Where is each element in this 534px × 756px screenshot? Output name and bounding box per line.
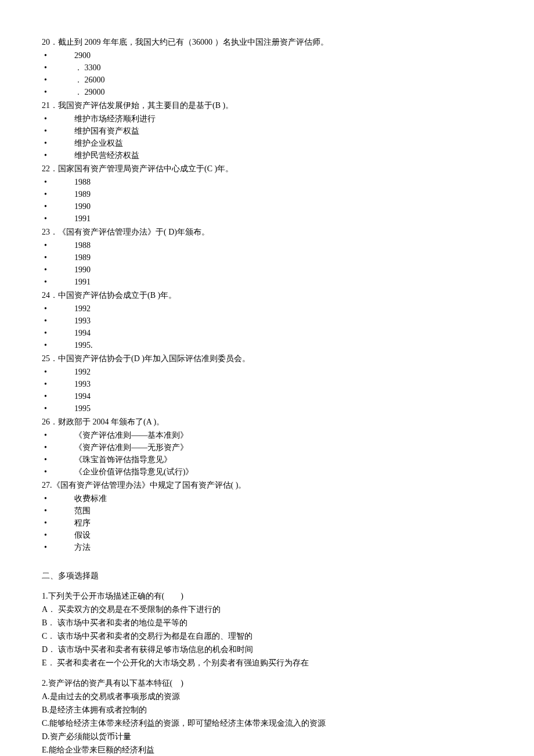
option-text: 1994 bbox=[74, 390, 492, 402]
bullet-icon: • bbox=[42, 366, 74, 378]
option-text: 《资产评估准则——无形资产》 bbox=[74, 441, 492, 453]
list-item: •1988 bbox=[42, 239, 492, 251]
option-text: B． 该市场中买者和卖者的地位是平等的 bbox=[42, 617, 492, 629]
option-text: 维护市场经济顺利进行 bbox=[74, 113, 492, 125]
list-item: •1994 bbox=[42, 390, 492, 402]
mc-question: 1.下列关于公开市场描述正确的有( )A． 买卖双方的交易是在不受限制的条件下进… bbox=[42, 590, 492, 669]
bullet-icon: • bbox=[42, 453, 74, 466]
option-text: B.是经济主体拥有或者控制的 bbox=[42, 704, 492, 716]
bullet-icon: • bbox=[42, 327, 74, 339]
list-item: •维护民营经济权益 bbox=[42, 149, 492, 161]
option-text: D． 该市场中买者和卖者有获得足够市场信息的机会和时间 bbox=[42, 643, 492, 656]
list-item: •1995. bbox=[42, 339, 492, 351]
bullet-icon: • bbox=[42, 466, 74, 478]
bullet-icon: • bbox=[42, 339, 74, 351]
question-stem: 27.《国有资产评估管理办法》中规定了国有资产评估( )。 bbox=[42, 479, 492, 491]
list-item: •1995 bbox=[42, 402, 492, 415]
option-text: D.资产必须能以货币计量 bbox=[42, 730, 492, 743]
question-stem: 23．《国有资产评估管理办法》于( D)年颁布。 bbox=[42, 226, 492, 238]
option-text: 范围 bbox=[74, 505, 492, 517]
bullet-icon: • bbox=[42, 529, 74, 541]
bullet-icon: • bbox=[42, 213, 74, 225]
bullet-icon: • bbox=[42, 264, 74, 276]
bullet-icon: • bbox=[42, 541, 74, 553]
option-text: A.是由过去的交易或者事项形成的资源 bbox=[42, 690, 492, 703]
question-stem: 21．我国资产评估发展伊始，其主要目的是基于(B )。 bbox=[42, 99, 492, 111]
list-item: •． 3300 bbox=[42, 62, 492, 74]
list-item: •收费标准 bbox=[42, 492, 492, 505]
bullet-icon: • bbox=[42, 188, 74, 200]
option-text: 维护企业权益 bbox=[74, 137, 492, 149]
list-item: •1990 bbox=[42, 200, 492, 213]
option-text: 1995 bbox=[74, 402, 492, 415]
option-list: •《资产评估准则——基本准则》•《资产评估准则——无形资产》•《珠宝首饰评估指导… bbox=[42, 429, 492, 478]
list-item: •1992 bbox=[42, 366, 492, 378]
list-item: •《珠宝首饰评估指导意见》 bbox=[42, 453, 492, 466]
option-text: 方法 bbox=[74, 541, 492, 553]
bullet-icon: • bbox=[42, 315, 74, 327]
bullet-icon: • bbox=[42, 505, 74, 517]
bullet-icon: • bbox=[42, 251, 74, 264]
list-item: •1991 bbox=[42, 276, 492, 288]
bullet-icon: • bbox=[42, 49, 74, 62]
question-stem: 26．财政部于 2004 年颁布了(A )。 bbox=[42, 416, 492, 428]
list-item: •． 29000 bbox=[42, 86, 492, 98]
bullet-icon: • bbox=[42, 517, 74, 529]
option-text: 《珠宝首饰评估指导意见》 bbox=[74, 453, 492, 466]
bullet-icon: • bbox=[42, 390, 74, 402]
bullet-icon: • bbox=[42, 239, 74, 251]
option-list: •2900•． 3300•． 26000•． 29000 bbox=[42, 49, 492, 98]
bullet-icon: • bbox=[42, 402, 74, 415]
option-text: 程序 bbox=[74, 517, 492, 529]
list-item: •2900 bbox=[42, 49, 492, 62]
option-text: 1992 bbox=[74, 366, 492, 378]
list-item: •《企业价值评估指导意见(试行)》 bbox=[42, 466, 492, 478]
bullet-icon: • bbox=[42, 200, 74, 213]
list-item: •维护企业权益 bbox=[42, 137, 492, 149]
option-text: 假设 bbox=[74, 529, 492, 541]
option-text: ． 29000 bbox=[74, 86, 492, 98]
question-stem: 20．截止到 2009 年年底，我国大约已有（36000 ）名执业中国注册资产评… bbox=[42, 36, 492, 48]
option-text: 1991 bbox=[74, 276, 492, 288]
list-item: •1993 bbox=[42, 378, 492, 390]
option-text: 1990 bbox=[74, 264, 492, 276]
list-item: •1993 bbox=[42, 315, 492, 327]
option-text: A． 买卖双方的交易是在不受限制的条件下进行的 bbox=[42, 603, 492, 615]
list-item: •1990 bbox=[42, 264, 492, 276]
list-item: •1988 bbox=[42, 176, 492, 188]
option-text: ． 26000 bbox=[74, 74, 492, 86]
list-item: •维护国有资产权益 bbox=[42, 125, 492, 137]
bullet-icon: • bbox=[42, 441, 74, 453]
question-stem: 22．国家国有资产管理局资产评估中心成立于(C )年。 bbox=[42, 163, 492, 175]
question-stem: 24．中国资产评估协会成立于(B )年。 bbox=[42, 289, 492, 301]
bullet-icon: • bbox=[42, 86, 74, 98]
option-text: 《资产评估准则——基本准则》 bbox=[74, 429, 492, 441]
bullet-icon: • bbox=[42, 113, 74, 125]
option-text: 收费标准 bbox=[74, 492, 492, 505]
list-item: •范围 bbox=[42, 505, 492, 517]
option-list: •1988•1989•1990•1991 bbox=[42, 239, 492, 288]
option-text: E． 买者和卖者在一个公开化的大市场交易，个别卖者有强迫购买行为存在 bbox=[42, 657, 492, 669]
option-text: C． 该市场中买者和卖者的交易行为都是在自愿的、理智的 bbox=[42, 630, 492, 642]
list-item: •． 26000 bbox=[42, 74, 492, 86]
bullet-icon: • bbox=[42, 303, 74, 315]
option-text: 1993 bbox=[74, 378, 492, 390]
list-item: •1992 bbox=[42, 303, 492, 315]
option-text: 1991 bbox=[74, 213, 492, 225]
bullet-icon: • bbox=[42, 176, 74, 188]
bullet-icon: • bbox=[42, 74, 74, 86]
list-item: •假设 bbox=[42, 529, 492, 541]
bullet-icon: • bbox=[42, 429, 74, 441]
option-text: 1989 bbox=[74, 188, 492, 200]
bullet-icon: • bbox=[42, 378, 74, 390]
bullet-icon: • bbox=[42, 137, 74, 149]
list-item: •维护市场经济顺利进行 bbox=[42, 113, 492, 125]
mc-question: 2.资产评估的资产具有以下基本特征( )A.是由过去的交易或者事项形成的资源B.… bbox=[42, 677, 492, 756]
option-text: ． 3300 bbox=[74, 62, 492, 74]
option-list: •1988•1989•1990•1991 bbox=[42, 176, 492, 225]
list-item: •1989 bbox=[42, 251, 492, 264]
option-text: 1990 bbox=[74, 200, 492, 213]
option-text: 1992 bbox=[74, 303, 492, 315]
question-stem: 2.资产评估的资产具有以下基本特征( ) bbox=[42, 677, 492, 689]
option-list: •收费标准•范围•程序•假设•方法 bbox=[42, 492, 492, 553]
